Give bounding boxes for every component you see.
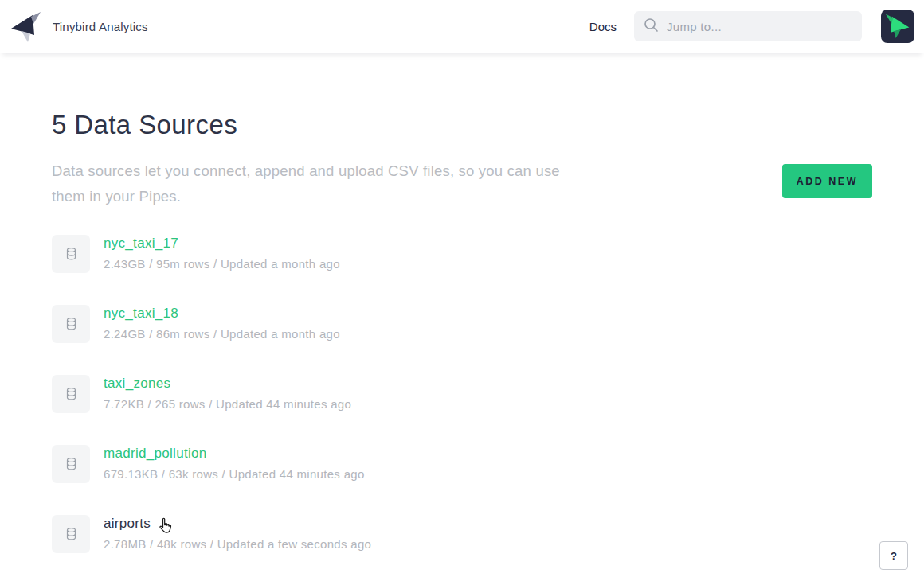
datasource-row-taxi-zones: taxi_zones 7.72KB / 265 rows / Updated 4…: [52, 375, 872, 413]
database-icon: [65, 317, 77, 331]
search-input[interactable]: [667, 20, 842, 33]
datasource-thumbnail[interactable]: [52, 515, 90, 553]
datasource-info: madrid_pollution 679.13KB / 63k rows / U…: [104, 445, 365, 483]
workspace-avatar-button[interactable]: [881, 10, 914, 43]
database-icon: [65, 457, 77, 471]
tinybird-logo-icon: [10, 10, 41, 42]
database-icon: [65, 527, 77, 541]
page-title: 5 Data Sources: [52, 110, 872, 140]
datasource-info: airports 2.78MB / 48k rows / Updated a f…: [104, 515, 371, 553]
datasource-thumbnail[interactable]: [52, 235, 90, 273]
header-right-group: Docs: [589, 10, 914, 43]
datasource-meta: 2.24GB / 86m rows / Updated a month ago: [104, 327, 340, 341]
intro-row: Data sources let you connect, append and…: [52, 158, 872, 209]
brand-home-link[interactable]: Tinybird Analytics: [8, 10, 148, 42]
datasource-info: taxi_zones 7.72KB / 265 rows / Updated 4…: [104, 375, 351, 413]
database-icon: [65, 387, 77, 401]
help-button[interactable]: ?: [879, 541, 908, 570]
datasource-info: nyc_taxi_18 2.24GB / 86m rows / Updated …: [104, 305, 340, 343]
main-content: 5 Data Sources Data sources let you conn…: [0, 110, 924, 553]
datasource-thumbnail[interactable]: [52, 445, 90, 483]
datasource-link[interactable]: airports: [104, 516, 151, 532]
datasource-meta: 7.72KB / 265 rows / Updated 44 minutes a…: [104, 397, 351, 411]
datasource-link[interactable]: nyc_taxi_17: [104, 236, 178, 252]
datasource-link[interactable]: nyc_taxi_18: [104, 306, 178, 322]
page-description: Data sources let you connect, append and…: [52, 158, 566, 209]
docs-link[interactable]: Docs: [589, 20, 617, 33]
datasource-link[interactable]: madrid_pollution: [104, 446, 207, 462]
datasource-thumbnail[interactable]: [52, 375, 90, 413]
datasource-list: nyc_taxi_17 2.43GB / 95m rows / Updated …: [52, 235, 872, 553]
datasource-row-airports: airports 2.78MB / 48k rows / Updated a f…: [52, 515, 872, 553]
datasource-meta: 2.43GB / 95m rows / Updated a month ago: [104, 257, 340, 271]
search-icon: [644, 18, 659, 36]
datasource-row-madrid-pollution: madrid_pollution 679.13KB / 63k rows / U…: [52, 445, 872, 483]
datasource-thumbnail[interactable]: [52, 305, 90, 343]
brand-title: Tinybird Analytics: [53, 20, 148, 33]
datasource-info: nyc_taxi_17 2.43GB / 95m rows / Updated …: [104, 235, 340, 273]
datasource-meta: 2.78MB / 48k rows / Updated a few second…: [104, 537, 371, 551]
tinybird-green-bird-icon: [885, 13, 910, 41]
jump-to-search[interactable]: [634, 11, 862, 41]
datasource-meta: 679.13KB / 63k rows / Updated 44 minutes…: [104, 467, 365, 481]
top-navbar: Tinybird Analytics Docs: [0, 0, 924, 53]
datasource-link[interactable]: taxi_zones: [104, 376, 170, 392]
datasource-row-nyc-taxi-18: nyc_taxi_18 2.24GB / 86m rows / Updated …: [52, 305, 872, 343]
add-new-button[interactable]: ADD NEW: [782, 164, 872, 198]
database-icon: [65, 247, 77, 261]
datasource-row-nyc-taxi-17: nyc_taxi_17 2.43GB / 95m rows / Updated …: [52, 235, 872, 273]
